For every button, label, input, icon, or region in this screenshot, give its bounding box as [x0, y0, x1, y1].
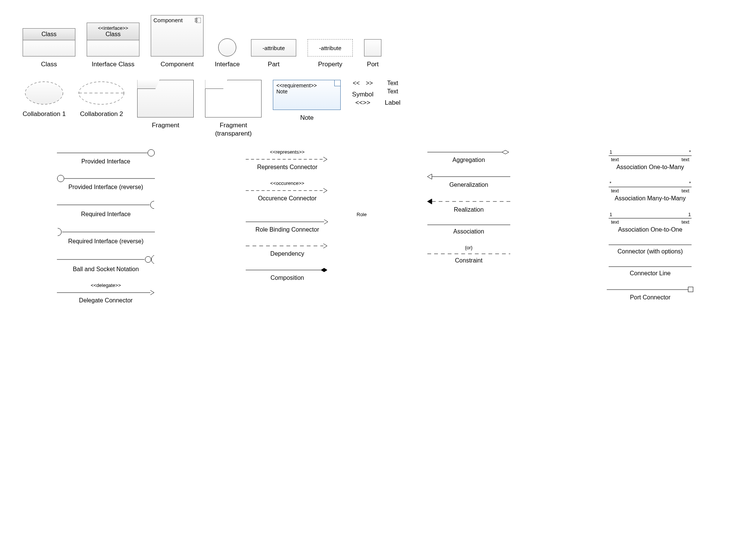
constraint-label: Constraint — [455, 257, 482, 264]
port-connector-label: Port Connector — [630, 294, 670, 301]
svg-rect-28 — [688, 287, 693, 292]
mult-left: 1 — [609, 149, 612, 155]
fragment-t-caption: Fragment (transparent) — [215, 121, 252, 138]
fragment-caption: Fragment — [152, 121, 179, 130]
fragment-cell: Fragment — [137, 80, 194, 130]
component-icon — [195, 18, 201, 23]
provided-interface-label: Provided Interface — [81, 158, 130, 165]
provided-interface-icon — [57, 149, 155, 157]
occurence-arrow-icon — [246, 188, 329, 194]
assoc-11-label: Association One-to-One — [618, 226, 683, 233]
text-label-caption: Label — [385, 99, 401, 107]
port-shape — [364, 39, 381, 56]
interface-class-name: Class — [89, 31, 138, 38]
assoc-line — [609, 156, 692, 156]
collaboration2-ellipse-icon — [77, 80, 126, 106]
assoc-1m-item: 1* texttext Association One-to-Many — [567, 149, 734, 171]
role-right: text — [681, 219, 689, 225]
note-shape: <<requirement>> Note — [273, 80, 341, 110]
symbol-right: >> — [366, 80, 373, 87]
interface-class-cell: <<interface>> Class Interface Class — [87, 23, 139, 69]
component-label: Component — [153, 17, 183, 23]
collab1-cell: Collaboration 1 — [23, 80, 66, 118]
mult-left: * — [609, 180, 611, 186]
class-caption: Class — [41, 60, 57, 69]
provided-interface-rev-item: Provided Interface (reverse) — [23, 175, 189, 191]
generalization-label: Generalization — [449, 182, 488, 188]
connector-line-item: Connector Line — [567, 265, 734, 277]
svg-point-13 — [145, 256, 151, 262]
mult-right: * — [689, 149, 691, 155]
role-right: text — [681, 188, 689, 194]
occurence-stereotype: <<occurence>> — [270, 180, 304, 186]
note-text: Note — [276, 88, 337, 95]
aggregation-arrow-icon — [427, 149, 510, 155]
connectors-col-1: Provided Interface Provided Interface (r… — [23, 149, 189, 304]
interface-cell: Interface — [215, 38, 240, 69]
connector-line-icon — [609, 265, 692, 269]
port-connector-icon — [607, 287, 693, 293]
property-caption: Property — [318, 60, 342, 69]
role-left: text — [611, 188, 619, 194]
association-label: Association — [453, 228, 484, 235]
assoc-1m-label: Association One-to-Many — [616, 164, 684, 171]
svg-rect-1 — [195, 18, 197, 20]
realization-arrow-icon — [427, 198, 510, 205]
note-fold-icon — [334, 80, 340, 86]
generalization-arrow-icon — [427, 173, 510, 180]
role-binding-label: Role Binding Connector — [256, 226, 319, 233]
assoc-11-diagram: 11 texttext — [609, 212, 692, 225]
svg-point-8 — [57, 175, 64, 182]
component-header: Component — [151, 15, 203, 25]
collab1-caption: Collaboration 1 — [23, 110, 66, 118]
class-shape: Class — [23, 28, 75, 56]
assoc-mm-item: ** texttext Association Many-to-Many — [567, 180, 734, 202]
interface-stereotype: <<interface>> — [89, 25, 138, 31]
svg-rect-2 — [195, 21, 197, 22]
port-cell: Port — [364, 39, 381, 69]
required-interface-rev-icon — [57, 227, 155, 236]
represents-label: Represents Connector — [257, 164, 317, 171]
role-binding-item: Role Role Binding Connector — [204, 212, 371, 233]
svg-point-3 — [25, 82, 63, 104]
delegate-arrow-icon — [57, 290, 155, 296]
ball-socket-icon — [57, 255, 155, 264]
role-binding-arrow-icon — [246, 219, 329, 225]
symbol-caption: Symbol <<>> — [352, 90, 373, 107]
assoc-line — [609, 187, 692, 187]
collaboration-ellipse-icon — [23, 80, 65, 106]
fragment-transparent-cell: Fragment (transparent) — [205, 80, 262, 138]
shapes-row-2: Collaboration 1 Collaboration 2 Fragment… — [23, 80, 733, 138]
collab2-cell: Collaboration 2 — [77, 80, 126, 118]
dependency-label: Dependency — [270, 250, 304, 257]
text-label-2: Text — [387, 88, 398, 95]
represents-arrow-icon — [246, 156, 329, 162]
ball-socket-item: Ball and Socket Notation — [23, 255, 189, 273]
constraint-line-icon — [427, 252, 510, 256]
aggregation-item: Aggregation — [386, 149, 552, 163]
connectors-col-4: 1* texttext Association One-to-Many ** t… — [567, 149, 734, 304]
class-cell: Class Class — [23, 28, 75, 69]
composition-item: Composition — [204, 267, 371, 281]
fragment-transparent-shape — [205, 80, 262, 117]
composition-label: Composition — [271, 275, 304, 281]
required-interface-rev-item: Required Interface (reverse) — [23, 227, 189, 245]
mult-left: 1 — [609, 212, 612, 217]
assoc-line — [609, 218, 692, 218]
property-cell: -attribute Property — [308, 39, 353, 69]
provided-interface-rev-label: Provided Interface (reverse) — [69, 184, 143, 191]
fragment-tab — [137, 80, 160, 89]
association-line-icon — [427, 223, 510, 227]
symbol-left: << — [353, 80, 360, 87]
svg-point-7 — [148, 150, 155, 156]
occurence-label: Occurence Connector — [258, 195, 317, 202]
text-label-stack: Text Text — [387, 80, 398, 95]
delegate-stereotype: <<delegate>> — [91, 282, 121, 288]
part-cell: -attribute Part — [251, 39, 296, 69]
connectors-col-2: <<represents>> Represents Connector <<oc… — [204, 149, 371, 304]
class-body — [23, 40, 75, 56]
composition-arrow-icon — [246, 267, 329, 273]
role-left: text — [611, 219, 619, 225]
connector-line-label: Connector Line — [630, 270, 671, 277]
ball-socket-label: Ball and Socket Notation — [73, 266, 139, 273]
